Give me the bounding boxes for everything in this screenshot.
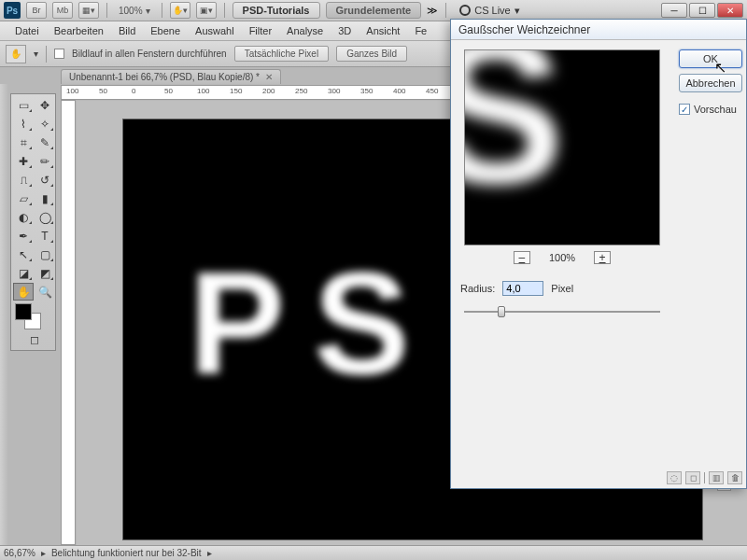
menu-filter[interactable]: Filter (242, 23, 279, 38)
preview-zoom-level: 100% (549, 252, 575, 263)
scroll-all-label: Bildlauf in allen Fenstern durchführen (72, 49, 227, 59)
window-minimize-button[interactable]: ─ (661, 3, 687, 18)
eyedropper-tool[interactable]: ✎ (35, 133, 55, 151)
left-edge-strip (0, 84, 8, 560)
path-tool[interactable]: ↖ (13, 245, 34, 263)
stamp-tool[interactable]: ⎍ (13, 171, 34, 189)
color-swatches[interactable] (13, 301, 55, 329)
cs-live-icon (459, 5, 471, 16)
eraser-tool[interactable]: ▱ (13, 189, 34, 207)
3d-tool[interactable]: ◪ (13, 264, 34, 282)
preview-checkbox[interactable]: ✓ (679, 104, 690, 115)
trash-icon[interactable]: 🗑 (727, 471, 742, 484)
menu-datei[interactable]: Datei (7, 23, 47, 38)
more-workspaces-icon[interactable]: ≫ (427, 5, 438, 17)
dialog-title[interactable]: Gaußscher Weichzeichner (451, 20, 746, 40)
menu-3d[interactable]: 3D (331, 23, 359, 38)
zoom-in-button[interactable]: + (594, 251, 611, 264)
status-message: Belichtung funktioniert nur bei 32-Bit (51, 548, 202, 558)
status-bar: 66,67% ▸ Belichtung funktioniert nur bei… (0, 545, 747, 560)
fit-screen-button[interactable]: Ganzes Bild (336, 46, 407, 62)
window-maximize-button[interactable]: ☐ (689, 3, 715, 18)
current-tool-icon[interactable]: ✋ (6, 45, 26, 63)
hand-icon[interactable]: ✋▾ (170, 2, 190, 19)
move-tool[interactable]: ✥ (35, 96, 55, 114)
gaussian-blur-dialog: Gaußscher Weichzeichner S – 100% + Radiu… (450, 19, 747, 489)
document-tab[interactable]: Unbenannt-1 bei 66,7% (PSD, Blau Kopie/8… (61, 69, 281, 84)
radius-label: Radius: (460, 283, 495, 294)
menu-bearbeiten[interactable]: Bearbeiten (47, 23, 111, 38)
hand-tool[interactable]: ✋ (13, 283, 34, 301)
ruler-vertical[interactable] (61, 100, 76, 545)
type-tool[interactable]: T (35, 227, 55, 245)
bridge-button[interactable]: Br (26, 2, 47, 19)
zoom-out-button[interactable]: – (514, 251, 530, 264)
close-icon[interactable]: ✕ (265, 72, 273, 82)
lasso-tool[interactable]: ⌇ (13, 115, 34, 133)
menu-fenster[interactable]: Fe (407, 23, 434, 38)
wand-tool[interactable]: ✧ (35, 115, 55, 133)
cs-live-button[interactable]: CS Live▾ (454, 5, 526, 17)
radius-input[interactable] (502, 281, 543, 296)
ok-button[interactable]: OK (679, 49, 742, 68)
slider-thumb[interactable] (498, 306, 505, 317)
dialog-icon-2[interactable]: ◻ (685, 471, 700, 484)
menu-ansicht[interactable]: Ansicht (359, 23, 407, 38)
workspace-tab-grundelemente[interactable]: Grundelemente (326, 2, 422, 19)
marquee-tool[interactable]: ▭ (13, 96, 34, 114)
cancel-button[interactable]: Abbrechen (679, 74, 742, 92)
dialog-icon-3[interactable]: ▥ (709, 471, 724, 484)
gradient-tool[interactable]: ▮ (35, 189, 55, 207)
blur-preview[interactable]: S (464, 49, 660, 245)
canvas-text-ps: PS (189, 241, 438, 407)
dodge-tool[interactable]: ◯ (35, 208, 55, 226)
preview-checkbox-label: Vorschau (694, 104, 737, 115)
chevron-down-icon[interactable]: ▾ (34, 49, 38, 59)
dialog-icon-1[interactable]: ◌ (667, 471, 682, 484)
shape-tool[interactable]: ▢ (35, 245, 55, 263)
zoom-tool[interactable]: 🔍 (35, 283, 55, 301)
screen-mode-icon[interactable]: ▣▾ (196, 2, 217, 19)
foreground-color-swatch[interactable] (15, 303, 32, 320)
menu-analyse[interactable]: Analyse (279, 23, 331, 38)
app-logo: Ps (4, 2, 21, 19)
radius-slider[interactable] (460, 305, 664, 318)
pen-tool[interactable]: ✒ (13, 227, 34, 245)
window-close-button[interactable]: ✕ (717, 3, 743, 18)
quickmask-toggle[interactable]: ◻ (13, 330, 55, 348)
history-brush-tool[interactable]: ↺ (35, 171, 55, 189)
document-tab-title: Unbenannt-1 bei 66,7% (PSD, Blau Kopie/8… (69, 72, 260, 82)
3d-camera-tool[interactable]: ◩ (35, 264, 55, 282)
crop-tool[interactable]: ⌗ (13, 133, 34, 151)
menu-auswahl[interactable]: Auswahl (188, 23, 242, 38)
menu-ebene[interactable]: Ebene (143, 23, 188, 38)
radius-unit: Pixel (551, 283, 573, 294)
minibridge-button[interactable]: Mb (52, 2, 73, 19)
healing-tool[interactable]: ✚ (13, 152, 34, 170)
menu-bild[interactable]: Bild (111, 23, 143, 38)
scroll-all-checkbox[interactable] (54, 49, 64, 59)
workspace-tab-psd-tutorials[interactable]: PSD-Tutorials (233, 2, 320, 19)
tools-palette: ▭ ✥ ⌇ ✧ ⌗ ✎ ✚ ✏ ⎍ ↺ ▱ ▮ ◐ ◯ ✒ T ↖ ▢ ◪ ◩ … (10, 93, 56, 351)
layout-icon[interactable]: ▦▾ (78, 2, 99, 19)
blur-tool[interactable]: ◐ (13, 208, 34, 226)
brush-tool[interactable]: ✏ (35, 152, 55, 170)
zoom-level-select[interactable]: 100%▾ (115, 6, 154, 16)
preview-letter: S (464, 49, 565, 231)
actual-pixels-button[interactable]: Tatsächliche Pixel (234, 46, 329, 62)
status-zoom[interactable]: 66,67% (4, 548, 35, 558)
